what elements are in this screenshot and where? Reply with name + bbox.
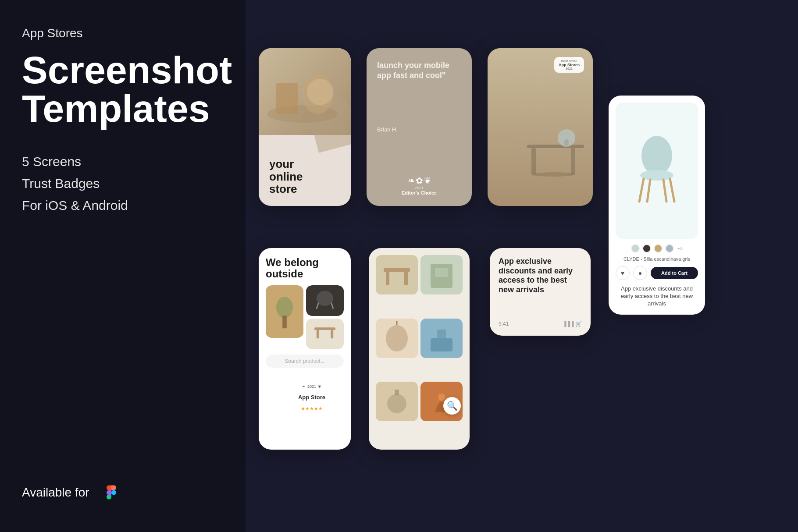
chair-icon bbox=[631, 136, 683, 206]
svg-rect-24 bbox=[314, 327, 335, 330]
main-title: Screenshot Templates bbox=[22, 51, 224, 128]
mockup-app-store-badge: Best of the App Stores 2021 bbox=[488, 48, 593, 206]
product-name: CLYDE - Silla escandinava gris bbox=[616, 256, 698, 262]
available-label: Available for bbox=[22, 486, 89, 500]
svg-rect-38 bbox=[431, 338, 452, 351]
table-small-icon bbox=[306, 319, 344, 343]
available-for-section: Available for bbox=[22, 479, 224, 506]
product-card-2 bbox=[420, 255, 463, 316]
svg-point-3 bbox=[307, 79, 333, 105]
product-actions: ♥ ● Add to Cart bbox=[616, 266, 698, 280]
time-display-small: 9:41 bbox=[499, 321, 509, 327]
wishlist-button[interactable]: ♥ bbox=[616, 266, 630, 280]
app-store-badge-bottom: ❧ 2021 ❦ App Store ★★★★★ bbox=[266, 376, 351, 441]
add-to-cart-button[interactable]: Add to Cart bbox=[651, 267, 698, 279]
category-label: App Stores bbox=[22, 26, 224, 40]
search-bar-mock[interactable]: Search product... bbox=[266, 355, 344, 368]
mockup-chair-product: +3 CLYDE - Silla escandinava gris ♥ ● Ad… bbox=[609, 96, 705, 315]
belong-image-grid bbox=[266, 285, 344, 349]
svg-rect-26 bbox=[331, 330, 333, 338]
svg-rect-25 bbox=[317, 330, 319, 338]
chair-small-icon bbox=[306, 285, 344, 309]
swatch-4 bbox=[665, 244, 674, 253]
svg-point-44 bbox=[438, 394, 445, 401]
svg-point-9 bbox=[564, 139, 569, 146]
best-of-app-store-badge: Best of the App Stores 2021 bbox=[554, 57, 584, 73]
svg-point-35 bbox=[386, 325, 408, 351]
search-float-button[interactable]: 🔍 bbox=[443, 397, 461, 415]
product-card-4 bbox=[420, 319, 463, 379]
search-icon: 🔍 bbox=[447, 401, 458, 411]
color-swatches: +3 bbox=[616, 244, 698, 253]
svg-line-15 bbox=[663, 180, 666, 202]
features-list: 5 Screens Trust Badges For iOS & Android bbox=[22, 154, 224, 213]
svg-rect-28 bbox=[384, 268, 410, 272]
svg-rect-4 bbox=[527, 145, 584, 148]
mockup-online-store: youronlinestore bbox=[259, 48, 351, 206]
svg-point-17 bbox=[276, 297, 293, 318]
svg-rect-33 bbox=[435, 268, 448, 277]
svg-line-13 bbox=[670, 179, 674, 202]
chair-product-image bbox=[616, 103, 698, 239]
svg-rect-5 bbox=[531, 148, 536, 174]
product-card-1 bbox=[376, 255, 418, 316]
belong-card-1 bbox=[266, 285, 303, 349]
share-button[interactable]: ● bbox=[633, 266, 647, 280]
table-illustration bbox=[518, 127, 588, 188]
svg-point-11 bbox=[640, 170, 673, 181]
svg-rect-30 bbox=[404, 272, 408, 285]
search-placeholder: Search product... bbox=[285, 358, 324, 364]
belong-card-2 bbox=[306, 285, 344, 316]
launch-quote: launch your mobile app fast and cool" bbox=[377, 60, 461, 81]
mockup-belong-outside-1: We belong outside bbox=[259, 248, 351, 450]
exclusive-discount-text: App exclusive discounts and early access… bbox=[616, 285, 698, 308]
mockup-product-search: 🔍 bbox=[369, 248, 470, 450]
svg-rect-29 bbox=[386, 272, 389, 285]
svg-rect-1 bbox=[276, 83, 298, 114]
more-colors-label: +3 bbox=[677, 246, 682, 251]
svg-line-12 bbox=[639, 179, 644, 202]
plant-icon bbox=[266, 285, 303, 338]
left-panel: App Stores Screenshot Templates 5 Screen… bbox=[0, 0, 246, 532]
left-top-content: App Stores Screenshot Templates 5 Screen… bbox=[22, 26, 224, 220]
badge-year: 2021 bbox=[415, 186, 424, 190]
swatch-2 bbox=[642, 244, 651, 253]
svg-rect-42 bbox=[395, 390, 399, 395]
app-store-label: App Stores bbox=[559, 63, 580, 67]
figma-logo-icon bbox=[98, 479, 125, 506]
badge-year-bottom: 2021 bbox=[307, 384, 316, 389]
swatch-1 bbox=[631, 244, 640, 253]
svg-rect-6 bbox=[571, 148, 575, 174]
store-text-content: youronlinestore bbox=[269, 158, 340, 195]
product-card-5 bbox=[376, 382, 418, 443]
star-rating: ★★★★★ bbox=[301, 406, 323, 411]
svg-point-41 bbox=[387, 394, 406, 413]
exclusive-heading-small: App exclusive discounts and early access… bbox=[499, 257, 582, 294]
svg-point-7 bbox=[531, 172, 575, 177]
product-image-grid bbox=[376, 255, 463, 443]
laurel-left-icon: ❧ ✿ ❦ bbox=[408, 175, 431, 186]
editors-choice-badge: ❧ ✿ ❦ 2021 Editor's Choice bbox=[377, 175, 461, 195]
svg-rect-18 bbox=[282, 316, 287, 328]
signal-icons: ▐▐▐ 🛒 bbox=[563, 321, 582, 327]
mockup-exclusive-discounts-small: App exclusive discounts and early access… bbox=[490, 248, 591, 336]
svg-rect-23 bbox=[306, 319, 344, 342]
svg-line-14 bbox=[647, 180, 650, 202]
mockup-launch: launch your mobile app fast and cool" Br… bbox=[367, 48, 472, 206]
product-card-3 bbox=[376, 319, 418, 379]
launch-author: Brian H. bbox=[377, 126, 461, 133]
online-store-heading: youronlinestore bbox=[269, 158, 340, 195]
svg-point-20 bbox=[317, 291, 333, 305]
swatch-3 bbox=[654, 244, 663, 253]
feature-item-2: Trust Badges bbox=[22, 176, 224, 191]
left-bottom-content: Available for bbox=[22, 479, 224, 506]
store-name-badge: App Store bbox=[298, 394, 325, 401]
belong-outside-title-1: We belong outside bbox=[266, 257, 344, 280]
badge-title: Editor's Choice bbox=[402, 190, 437, 195]
furniture-illustration bbox=[263, 57, 342, 127]
svg-rect-27 bbox=[377, 255, 417, 294]
svg-point-10 bbox=[641, 136, 672, 175]
belong-card-3 bbox=[306, 319, 344, 349]
feature-item-3: For iOS & Android bbox=[22, 198, 224, 213]
feature-item-1: 5 Screens bbox=[22, 154, 224, 169]
